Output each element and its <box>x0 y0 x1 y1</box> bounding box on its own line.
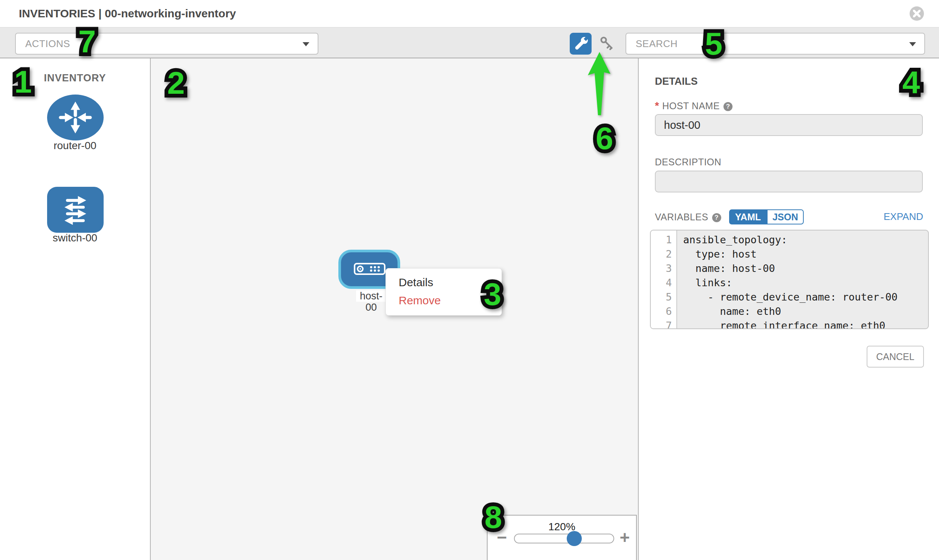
context-menu-remove[interactable]: Remove <box>399 292 441 309</box>
expand-link[interactable]: EXPAND <box>883 211 923 223</box>
actions-placeholder: ACTIONS <box>25 34 70 54</box>
required-asterisk: * <box>655 100 659 111</box>
search-placeholder: SEARCH <box>636 34 677 54</box>
palette-item-label: router-00 <box>0 140 150 152</box>
host-name-label: *HOST NAME? <box>655 100 732 112</box>
palette-item-router[interactable] <box>47 94 103 140</box>
zoom-level: 120% <box>487 521 636 533</box>
details-panel: DETAILS *HOST NAME? DESCRIPTION VARIABLE… <box>639 58 939 560</box>
key-button[interactable] <box>597 34 618 54</box>
x-glyph <box>913 10 920 17</box>
topology-canvas[interactable]: host-00 Details Remove 120% − + <box>151 58 639 560</box>
palette-title: INVENTORY <box>0 72 150 84</box>
inventory-topology-screen: INVENTORIES | 00-networking-inventory AC… <box>0 0 939 560</box>
details-title: DETAILS <box>655 76 698 88</box>
node-context-menu: Details Remove <box>385 268 502 315</box>
zoom-slider-thumb[interactable] <box>567 531 582 546</box>
help-icon[interactable]: ? <box>723 102 732 111</box>
code-line: remote_interface_name: eth0 <box>683 318 928 329</box>
zoom-slider-track[interactable] <box>514 534 614 543</box>
code-line: type: host <box>683 247 928 262</box>
zoom-control: 120% − + <box>487 515 637 560</box>
code-line: name: eth0 <box>683 304 928 318</box>
wrench-icon <box>570 33 592 55</box>
actions-dropdown[interactable]: ACTIONS <box>15 33 318 55</box>
variables-code-editor[interactable]: 1 2 3 4 5 6 7 ansible_topology: type: ho… <box>650 230 929 329</box>
code-line: - remote_device_name: router-00 <box>683 290 928 304</box>
help-icon[interactable]: ? <box>712 213 721 222</box>
line-number-gutter: 1 2 3 4 5 6 7 <box>651 231 677 328</box>
router-icon <box>57 99 94 135</box>
code-line: links: <box>683 276 928 290</box>
host-icon <box>354 263 385 275</box>
inventory-palette: INVENTORY router-00 <box>0 58 151 560</box>
variables-label: VARIABLES? <box>655 212 721 223</box>
zoom-in-button[interactable]: + <box>617 528 632 547</box>
search-dropdown[interactable]: SEARCH <box>626 33 925 55</box>
variables-row: VARIABLES? YAML JSON EXPAND <box>655 209 923 225</box>
code-lines[interactable]: ansible_topology: type: host name: host-… <box>678 231 928 328</box>
chevron-down-icon <box>909 42 916 46</box>
switch-icon <box>57 192 94 228</box>
code-line: name: host-00 <box>683 262 928 276</box>
close-icon[interactable] <box>910 6 924 21</box>
chevron-down-icon <box>302 42 309 46</box>
tab-yaml[interactable]: YAML <box>729 209 767 225</box>
context-menu-details[interactable]: Details <box>399 274 433 291</box>
header: INVENTORIES | 00-networking-inventory <box>0 0 939 27</box>
palette-item-label: switch-00 <box>0 232 150 244</box>
host-name-input[interactable] <box>655 114 923 136</box>
tab-json[interactable]: JSON <box>767 209 804 225</box>
palette-item-switch[interactable] <box>47 187 103 233</box>
zoom-out-button[interactable]: − <box>494 528 509 547</box>
code-line: ansible_topology: <box>683 233 928 247</box>
page-title: INVENTORIES | 00-networking-inventory <box>19 0 236 27</box>
toolbar: ACTIONS SEARCH <box>0 27 939 58</box>
description-input[interactable] <box>655 171 923 192</box>
cancel-button[interactable]: CANCEL <box>867 346 924 368</box>
description-label: DESCRIPTION <box>655 157 721 168</box>
host-node-label: host-00 <box>356 290 386 302</box>
wrench-button[interactable] <box>570 33 592 55</box>
key-icon <box>597 34 618 54</box>
